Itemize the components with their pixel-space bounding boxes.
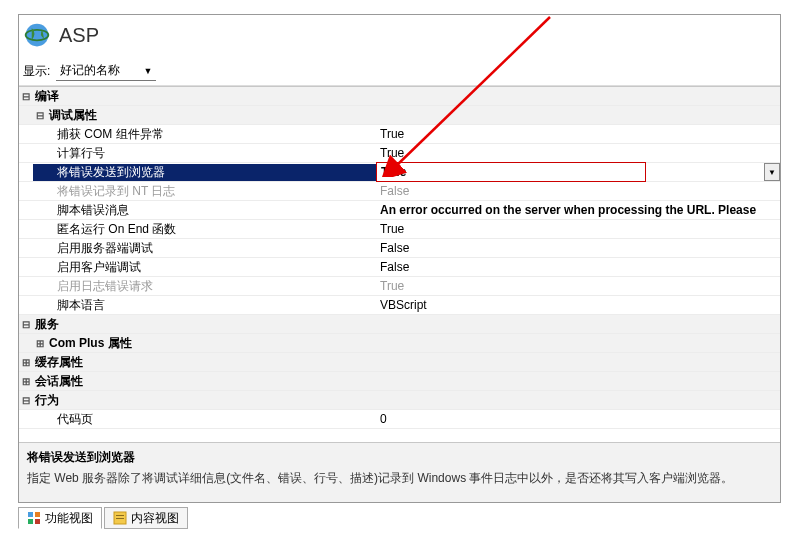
collapse-icon[interactable]: ⊟ bbox=[19, 319, 33, 330]
description-panel: 将错误发送到浏览器 指定 Web 服务器除了将调试详细信息(文件名、错误、行号、… bbox=[19, 442, 780, 502]
category-services[interactable]: ⊟ 服务 bbox=[19, 315, 780, 334]
tab-features-label: 功能视图 bbox=[45, 510, 93, 527]
features-icon bbox=[27, 511, 41, 525]
svg-rect-7 bbox=[116, 515, 124, 516]
property-grid: ⊟ 编译 ⊟ 调试属性 捕获 COM 组件异常 True 计算行号 True 将… bbox=[19, 86, 780, 431]
asp-globe-icon bbox=[23, 21, 51, 49]
description-text: 指定 Web 服务器除了将调试详细信息(文件名、错误、行号、描述)记录到 Win… bbox=[27, 470, 772, 487]
prop-script-language[interactable]: 脚本语言 VBScript bbox=[19, 296, 780, 315]
collapse-icon[interactable]: ⊟ bbox=[33, 110, 47, 121]
category-complus[interactable]: ⊞ Com Plus 属性 bbox=[19, 334, 780, 353]
category-cache[interactable]: ⊞ 缓存属性 bbox=[19, 353, 780, 372]
tab-features-view[interactable]: 功能视图 bbox=[18, 507, 102, 529]
svg-rect-2 bbox=[28, 512, 33, 517]
svg-rect-4 bbox=[28, 519, 33, 524]
expand-icon[interactable]: ⊞ bbox=[33, 338, 47, 349]
prop-client-debug[interactable]: 启用客户端调试 False bbox=[19, 258, 780, 277]
category-compile[interactable]: ⊟ 编译 bbox=[19, 87, 780, 106]
prop-server-debug[interactable]: 启用服务器端调试 False bbox=[19, 239, 780, 258]
collapse-icon[interactable]: ⊟ bbox=[19, 91, 33, 102]
display-selected-value: 好记的名称 bbox=[60, 62, 120, 79]
description-title: 将错误发送到浏览器 bbox=[27, 449, 772, 466]
panel-title: ASP bbox=[59, 24, 99, 47]
display-filter-row: 显示: 好记的名称 ▼ bbox=[19, 59, 780, 86]
collapse-icon[interactable]: ⊟ bbox=[19, 395, 33, 406]
category-behavior[interactable]: ⊟ 行为 bbox=[19, 391, 780, 410]
prop-script-error-msg[interactable]: 脚本错误消息 An error occurred on the server w… bbox=[19, 201, 780, 220]
content-icon bbox=[113, 511, 127, 525]
view-tabs: 功能视图 内容视图 bbox=[18, 507, 188, 529]
prop-anon-onend[interactable]: 匿名运行 On End 函数 True bbox=[19, 220, 780, 239]
category-session[interactable]: ⊞ 会话属性 bbox=[19, 372, 780, 391]
svg-rect-5 bbox=[35, 519, 40, 524]
svg-rect-3 bbox=[35, 512, 40, 517]
display-select[interactable]: 好记的名称 ▼ bbox=[56, 61, 156, 81]
prop-catch-com[interactable]: 捕获 COM 组件异常 True bbox=[19, 125, 780, 144]
value-editor[interactable]: True bbox=[376, 162, 646, 182]
asp-settings-panel: ASP 显示: 好记的名称 ▼ ⊟ 编译 ⊟ 调试属性 捕获 COM 组件异常 … bbox=[18, 14, 781, 503]
expand-icon[interactable]: ⊞ bbox=[19, 376, 33, 387]
tab-content-view[interactable]: 内容视图 bbox=[104, 507, 188, 529]
prop-log-error-req[interactable]: 启用日志错误请求 True bbox=[19, 277, 780, 296]
display-label: 显示: bbox=[23, 63, 50, 80]
prop-codepage[interactable]: 代码页 0 bbox=[19, 410, 780, 429]
expand-icon[interactable]: ⊞ bbox=[19, 357, 33, 368]
dropdown-button[interactable]: ▼ bbox=[764, 163, 780, 181]
prop-calc-line[interactable]: 计算行号 True bbox=[19, 144, 780, 163]
svg-rect-8 bbox=[116, 518, 124, 519]
prop-log-nt[interactable]: 将错误记录到 NT 日志 False bbox=[19, 182, 780, 201]
chevron-down-icon: ▼ bbox=[143, 66, 152, 76]
prop-send-errors-to-browser[interactable]: 将错误发送到浏览器 True ▼ bbox=[19, 163, 780, 182]
panel-header: ASP bbox=[19, 15, 780, 59]
svg-point-0 bbox=[26, 24, 49, 47]
category-debug[interactable]: ⊟ 调试属性 bbox=[19, 106, 780, 125]
tab-content-label: 内容视图 bbox=[131, 510, 179, 527]
